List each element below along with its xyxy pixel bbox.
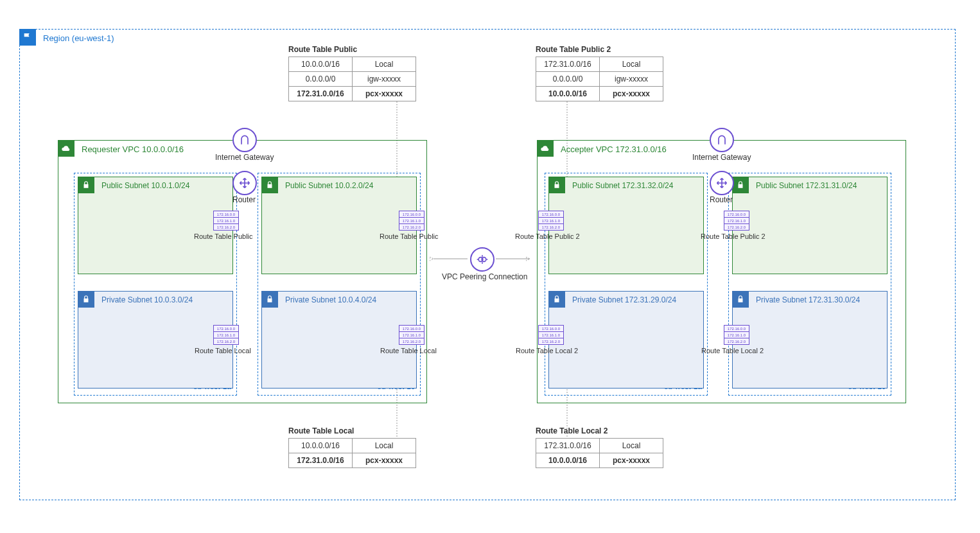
table-row: 172.31.0.0/16Local bbox=[536, 57, 663, 72]
rt-mini-loc-1c-label: Route Table Local bbox=[380, 347, 437, 354]
subnet-pub-1a-label: Public Subnet 10.0.1.0/24 bbox=[101, 181, 189, 190]
table-row: 0.0.0.0/0igw-xxxxx bbox=[536, 72, 663, 87]
router-icon bbox=[232, 171, 257, 195]
table-row: 10.0.0.0/16Local bbox=[289, 57, 416, 72]
rt-mini-icon: 172.16.0.0172.16.1.0172.16.2.0 bbox=[399, 325, 424, 345]
rt-mini-icon: 172.16.0.0172.16.1.0172.16.2.0 bbox=[538, 211, 564, 231]
subnet-prv-1c-label: Private Subnet 10.0.4.0/24 bbox=[285, 295, 376, 304]
subnet-pub-2a-label: Public Subnet 172.31.32.0/24 bbox=[572, 181, 673, 190]
peering-label: VPC Peering Connection bbox=[442, 272, 527, 281]
rt-public-1: 10.0.0.0/16Local 0.0.0.0/0igw-xxxxx 172.… bbox=[288, 57, 416, 101]
subnet-lock-icon bbox=[732, 291, 749, 308]
table-row: 0.0.0.0/0igw-xxxxx bbox=[289, 72, 416, 87]
subnet-lock-icon bbox=[548, 291, 565, 308]
subnet-lock-icon bbox=[261, 291, 278, 308]
rt-mini-pub-2a-label: Route Table Public 2 bbox=[515, 232, 580, 240]
subnet-lock-icon bbox=[78, 291, 94, 308]
table-row: 172.31.0.0/16pcx-xxxxx bbox=[289, 87, 416, 101]
subnet-pub-2c: Public Subnet 172.31.31.0/24 bbox=[732, 177, 888, 274]
subnet-lock-icon bbox=[732, 177, 749, 193]
table-row: 10.0.0.0/16pcx-xxxxx bbox=[536, 87, 663, 101]
region-label: Region (eu-west-1) bbox=[43, 33, 114, 43]
rt-mini-pub-2c-label: Route Table Public 2 bbox=[701, 232, 766, 240]
subnet-lock-icon bbox=[78, 177, 94, 193]
vpc-cloud-icon bbox=[58, 140, 74, 157]
rt-public-2-title: Route Table Public 2 bbox=[536, 45, 611, 54]
diagram-canvas: Region (eu-west-1) Route Table Public 10… bbox=[0, 0, 980, 533]
rt-mini-loc-1a-label: Route Table Local bbox=[195, 347, 251, 354]
subnet-lock-icon bbox=[548, 177, 565, 193]
rt-mini-icon: 172.16.0.0172.16.1.0172.16.2.0 bbox=[538, 325, 564, 345]
subnet-pub-2c-label: Public Subnet 172.31.31.0/24 bbox=[756, 181, 857, 190]
router-2-label: Router bbox=[710, 195, 733, 204]
rt-mini-loc-2a-label: Route Table Local 2 bbox=[516, 347, 578, 354]
subnet-lock-icon bbox=[261, 177, 278, 193]
region-flag-icon bbox=[19, 29, 36, 46]
rt-mini-pub-1a-label: Route Table Public bbox=[194, 232, 253, 240]
rt-mini-pub-1c-label: Route Table Public bbox=[380, 232, 439, 240]
table-row: 172.31.0.0/16Local bbox=[536, 439, 663, 453]
subnet-pub-1c-label: Public Subnet 10.0.2.0/24 bbox=[285, 181, 373, 190]
rt-mini-icon: 172.16.0.0172.16.1.0172.16.2.0 bbox=[213, 325, 239, 345]
subnet-prv-2a-label: Private Subnet 172.31.29.0/24 bbox=[572, 295, 676, 304]
internet-gateway-icon bbox=[710, 128, 734, 152]
rt-mini-icon: 172.16.0.0172.16.1.0172.16.2.0 bbox=[213, 211, 239, 231]
igw-1-label: Internet Gateway bbox=[215, 153, 274, 162]
rt-public-1-title: Route Table Public bbox=[288, 45, 357, 54]
vpc-accepter-label: Accepter VPC 172.31.0.0/16 bbox=[561, 144, 667, 154]
subnet-prv-2c-label: Private Subnet 172.31.30.0/24 bbox=[756, 295, 860, 304]
rt-mini-icon: 172.16.0.0172.16.1.0172.16.2.0 bbox=[399, 211, 424, 231]
table-row: 10.0.0.0/16Local bbox=[289, 439, 416, 453]
rt-mini-loc-2c-label: Route Table Local 2 bbox=[701, 347, 764, 354]
subnet-pub-2a: Public Subnet 172.31.32.0/24 bbox=[548, 177, 704, 274]
vpc-peering-icon bbox=[470, 247, 494, 272]
subnet-prv-1a: Private Subnet 10.0.3.0/24 bbox=[78, 291, 233, 389]
rt-local-2: 172.31.0.0/16Local 10.0.0.0/16pcx-xxxxx bbox=[536, 438, 663, 468]
router-1-label: Router bbox=[232, 195, 256, 204]
rt-mini-icon: 172.16.0.0172.16.1.0172.16.2.0 bbox=[724, 211, 749, 231]
subnet-prv-1c: Private Subnet 10.0.4.0/24 bbox=[261, 291, 417, 389]
vpc-cloud-icon bbox=[537, 140, 554, 157]
router-icon bbox=[710, 171, 734, 195]
subnet-prv-2a: Private Subnet 172.31.29.0/24 bbox=[548, 291, 704, 389]
subnet-pub-1a: Public Subnet 10.0.1.0/24 bbox=[78, 177, 233, 274]
subnet-prv-2c: Private Subnet 172.31.30.0/24 bbox=[732, 291, 888, 389]
rt-mini-icon: 172.16.0.0172.16.1.0172.16.2.0 bbox=[724, 325, 749, 345]
table-row: 10.0.0.0/16pcx-xxxxx bbox=[536, 453, 663, 468]
rt-local-1: 10.0.0.0/16Local 172.31.0.0/16pcx-xxxxx bbox=[288, 438, 416, 468]
igw-2-label: Internet Gateway bbox=[692, 153, 751, 162]
subnet-prv-1a-label: Private Subnet 10.0.3.0/24 bbox=[101, 295, 193, 304]
table-row: 172.31.0.0/16pcx-xxxxx bbox=[289, 453, 416, 468]
rt-local-1-title: Route Table Local bbox=[288, 426, 354, 435]
rt-public-2: 172.31.0.0/16Local 0.0.0.0/0igw-xxxxx 10… bbox=[536, 57, 663, 101]
internet-gateway-icon bbox=[232, 128, 257, 152]
rt-local-2-title: Route Table Local 2 bbox=[536, 426, 608, 435]
subnet-pub-1c: Public Subnet 10.0.2.0/24 bbox=[261, 177, 417, 274]
vpc-requester-label: Requester VPC 10.0.0.0/16 bbox=[82, 144, 184, 154]
